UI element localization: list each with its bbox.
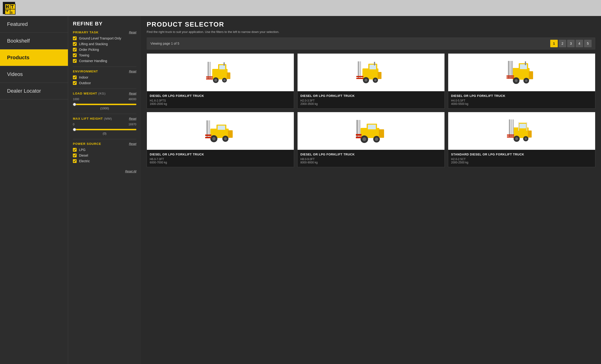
- product-model-p6: H2.0-2.5CT: [451, 158, 592, 161]
- page-btn-3[interactable]: 3: [567, 40, 575, 47]
- logo: S: [3, 2, 15, 14]
- sidebar-item-dealer-locator[interactable]: Dealer Locator: [0, 83, 68, 100]
- max-lift-height-slider[interactable]: [73, 129, 136, 130]
- product-model-p3: H4.0-5.5FT: [451, 99, 592, 102]
- product-image-p1: [147, 54, 294, 91]
- svg-point-58: [212, 137, 216, 140]
- svg-rect-37: [356, 78, 363, 79]
- sidebar-item-products[interactable]: Products: [0, 49, 68, 66]
- page-btn-2[interactable]: 2: [559, 40, 566, 47]
- product-info-p5: DIESEL OR LPG FORKLIFT TRUCK H8.0-9.0FT …: [298, 150, 444, 167]
- primary-task-reset[interactable]: Reset: [129, 31, 136, 34]
- svg-rect-25: [227, 72, 230, 79]
- svg-rect-92: [527, 122, 527, 131]
- checkbox-lpg[interactable]: LPG: [73, 148, 136, 152]
- svg-rect-36: [356, 76, 363, 77]
- pagination-row: Viewing page 1 of 5 1 2 3 4 5: [147, 37, 595, 50]
- load-weight-slider[interactable]: [73, 104, 136, 105]
- product-card-p3[interactable]: DIESEL OR LPG FORKLIFT TRUCK H4.0-5.5FT …: [448, 53, 595, 109]
- product-card-p6[interactable]: STANDARD DIESEL OR LPG FORKLIFT TRUCK H2…: [448, 112, 595, 167]
- sidebar-item-bookshelf[interactable]: Bookshelf: [0, 33, 68, 49]
- svg-rect-65: [228, 130, 233, 138]
- reset-all-link[interactable]: Reset All: [125, 170, 136, 173]
- product-weight-p4: 6000-7000 kg: [150, 161, 291, 164]
- svg-rect-50: [507, 75, 514, 77]
- checkbox-order-picking[interactable]: Order Picking: [73, 48, 136, 51]
- power-source-label: POWER SOURCE: [73, 142, 101, 146]
- max-lift-height-reset[interactable]: Reset: [129, 117, 136, 120]
- product-weight-p1: 1600-2000 kg: [150, 102, 291, 106]
- product-info-p2: DIESEL OR LPG FORKLIFT TRUCK H2.0-3.5FT …: [298, 91, 444, 108]
- product-selector-title: PRODUCT SELECTOR: [147, 21, 595, 28]
- svg-point-44: [515, 79, 518, 82]
- svg-point-46: [525, 80, 527, 82]
- svg-rect-22: [208, 62, 209, 78]
- sidebar-item-videos[interactable]: Videos: [0, 66, 68, 83]
- checkbox-container[interactable]: Container Handling: [73, 59, 136, 63]
- svg-rect-16: [219, 65, 225, 69]
- content: REFINE BY PRIMARY TASK Reset Ground Leve…: [68, 16, 601, 364]
- product-info-p4: DIESEL OR LPG FORKLIFT TRUCK H6.0-7.0FT …: [147, 150, 294, 167]
- checkbox-towing[interactable]: Towing: [73, 53, 136, 57]
- svg-rect-52: [529, 71, 533, 79]
- svg-rect-8: [7, 10, 8, 12]
- checkbox-outdoor[interactable]: Outdoor: [73, 81, 136, 85]
- primary-task-label: PRIMARY TASK: [73, 30, 99, 34]
- svg-rect-51: [507, 77, 514, 79]
- max-lift-height-label: MAX LIFT HEIGHT (MM): [73, 117, 112, 120]
- product-weight-p6: 2000-2500 kg: [451, 161, 592, 164]
- page-btn-1[interactable]: 1: [550, 40, 558, 47]
- load-weight-value: (1000): [73, 107, 136, 110]
- checkbox-indoor[interactable]: Indoor: [73, 75, 136, 79]
- header: S: [0, 0, 601, 16]
- product-card-p5[interactable]: DIESEL OR LPG FORKLIFT TRUCK H8.0-9.0FT …: [297, 112, 445, 167]
- checkbox-diesel[interactable]: Diesel: [73, 153, 136, 157]
- product-image-p5: [298, 112, 444, 150]
- product-weight-p5: 8000-9000 kg: [300, 161, 442, 164]
- power-source-reset[interactable]: Reset: [129, 142, 136, 146]
- product-weight-p2: 2000-3500 kg: [300, 102, 442, 106]
- load-weight-section: LOAD WEIGHT (KG) Reset 1000 48000 (1000): [73, 92, 136, 110]
- checkbox-electric[interactable]: Electric: [73, 159, 136, 163]
- product-name-p5: DIESEL OR LPG FORKLIFT TRUCK: [300, 153, 442, 157]
- svg-rect-26: [223, 62, 225, 66]
- svg-rect-90: [528, 131, 532, 138]
- page-btn-5[interactable]: 5: [584, 40, 591, 47]
- product-name-p4: DIESEL OR LPG FORKLIFT TRUCK: [150, 153, 291, 157]
- product-card-p2[interactable]: DIESEL OR LPG FORKLIFT TRUCK H2.0-3.5FT …: [297, 53, 445, 109]
- sidebar-item-featured[interactable]: Featured: [0, 16, 68, 33]
- main-layout: Featured Bookshelf Products Videos Deale…: [0, 16, 601, 364]
- product-selector-subtitle: Find the right truck to suit your applic…: [147, 30, 595, 34]
- filter-panel: REFINE BY PRIMARY TASK Reset Ground Leve…: [68, 16, 141, 364]
- checkbox-lifting[interactable]: Lifting and Stacking: [73, 42, 136, 46]
- svg-rect-39: [374, 62, 375, 65]
- svg-text:S: S: [10, 11, 13, 14]
- product-card-p1[interactable]: DIESEL OR LPG FORKLIFT TRUCK H1.6-2.0FTS…: [147, 53, 294, 109]
- svg-point-84: [525, 138, 527, 140]
- product-grid: DIESEL OR LPG FORKLIFT TRUCK H1.6-2.0FTS…: [147, 53, 595, 167]
- svg-rect-21: [210, 62, 211, 78]
- page-btn-4[interactable]: 4: [576, 40, 583, 47]
- page-buttons: 1 2 3 4 5: [550, 40, 591, 47]
- svg-rect-7: [6, 6, 9, 7]
- svg-rect-76: [356, 137, 361, 138]
- max-lift-height-section: MAX LIFT HEIGHT (MM) Reset 0 16970 (0): [73, 117, 136, 135]
- product-weight-p3: 4000-5500 kg: [451, 102, 592, 106]
- svg-rect-88: [507, 134, 514, 136]
- product-name-p1: DIESEL OR LPG FORKLIFT TRUCK: [150, 94, 291, 98]
- product-name-p6: STANDARD DIESEL OR LPG FORKLIFT TRUCK: [451, 153, 592, 157]
- load-weight-reset[interactable]: Reset: [129, 92, 136, 95]
- product-area: PRODUCT SELECTOR Find the right truck to…: [141, 16, 601, 364]
- product-card-p4[interactable]: DIESEL OR LPG FORKLIFT TRUCK H6.0-7.0FT …: [147, 112, 294, 167]
- svg-point-18: [214, 79, 217, 81]
- svg-point-60: [224, 137, 227, 140]
- checkbox-ground-level[interactable]: Ground Level Transport Only: [73, 36, 136, 40]
- environment-reset[interactable]: Reset: [129, 70, 136, 73]
- product-model-p4: H6.0-7.0FT: [150, 158, 291, 161]
- svg-rect-89: [507, 136, 514, 138]
- product-name-p3: DIESEL OR LPG FORKLIFT TRUCK: [451, 94, 592, 98]
- max-lift-height-slider-container: 0 16970 (0): [73, 123, 136, 135]
- load-weight-slider-container: 1000 48000 (1000): [73, 98, 136, 110]
- product-image-p2: [298, 54, 444, 91]
- environment-label: ENVIRONMENT: [73, 70, 98, 73]
